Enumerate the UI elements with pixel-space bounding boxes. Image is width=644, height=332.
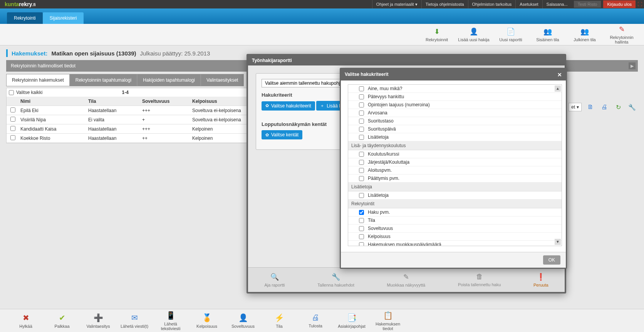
criteria-checkbox[interactable]: [359, 86, 364, 91]
criteria-item[interactable]: Järjestäjä/Kouluttaja: [348, 158, 562, 166]
act-admin[interactable]: ✎Rekrytoinnin hallinta: [603, 24, 640, 45]
mail-icon: ✉: [131, 313, 138, 322]
criteria-checkbox[interactable]: [359, 135, 364, 140]
criteria-checkbox[interactable]: [359, 234, 364, 239]
criteria-checkbox[interactable]: [359, 168, 364, 173]
criteria-label: Opintojen laajuus (numeroina): [368, 102, 430, 107]
top-menu-purpose[interactable]: Ohjelmiston tarkoitus: [468, 0, 516, 8]
bottom-sms[interactable]: 📱Lähetä tekstiviesti: [154, 311, 187, 331]
top-menu-password[interactable]: Salasana...: [542, 0, 572, 8]
breadcrumb-meta: Julkaisu päättyy: 25.9.2013: [140, 50, 210, 57]
criteria-item[interactable]: Lisätietoja: [348, 133, 562, 141]
criteria-checkbox[interactable]: [359, 226, 364, 231]
criteria-item[interactable]: Opintojen laajuus (numeroina): [348, 101, 562, 109]
save-search-button[interactable]: 🔧Tallenna hakuehdot: [317, 273, 354, 287]
criteria-item[interactable]: Lisätietoja: [348, 191, 562, 200]
table-row[interactable]: Epilä EkiHaastatellaan+++Soveltuva ei-ke…: [7, 106, 252, 115]
scroll-down-icon[interactable]: ▼: [555, 239, 561, 245]
print-icon[interactable]: 🖨: [599, 102, 609, 112]
criteria-checkbox[interactable]: [359, 127, 364, 132]
criteria-checkbox[interactable]: [359, 94, 364, 99]
criteria-checkbox[interactable]: [359, 160, 364, 165]
act-add-hakija[interactable]: 👤Lisää uusi hakija: [455, 24, 492, 45]
cancel-button[interactable]: ❗Peruuta: [533, 273, 548, 287]
criteria-label: Suoritustaso: [368, 118, 394, 124]
criteria-checkbox[interactable]: [359, 242, 364, 246]
criteria-item[interactable]: Haku pvm.: [348, 208, 562, 216]
inner-tab-hakemukset[interactable]: Rekrytoinnin hakemukset: [6, 74, 70, 86]
criteria-item[interactable]: Soveltuvuus: [348, 225, 562, 233]
ok-button[interactable]: OK: [543, 255, 560, 265]
row-checkbox[interactable]: [10, 117, 15, 122]
criteria-item[interactable]: Tila: [348, 216, 562, 225]
table-row[interactable]: Koekkoe RistoHaastatellaan++Kelpoinen: [7, 134, 252, 143]
top-menu-about[interactable]: Tietoja ohjelmistosta: [421, 0, 468, 8]
inner-tab-rekry-log[interactable]: Rekrytoinnin tapahtumalogi: [70, 74, 137, 86]
act-new-report[interactable]: 📄Uusi raportti: [492, 24, 529, 45]
bottom-templates[interactable]: 📑Asiakirjapohjat: [335, 313, 368, 329]
col-nimi[interactable]: Nimi: [19, 99, 88, 104]
run-report-button[interactable]: 🔍Aja raportti: [264, 273, 285, 287]
act-public-state[interactable]: 👥Julkinen tila: [566, 24, 603, 45]
delete-search-button[interactable]: 🗑Poista tallennettu haku: [458, 273, 501, 287]
criteria-checkbox[interactable]: [359, 111, 364, 116]
refresh-icon[interactable]: ↻: [613, 102, 623, 112]
col-tila[interactable]: Tila: [88, 99, 142, 104]
scroll-up-icon[interactable]: ▲: [555, 86, 561, 92]
wrench-icon[interactable]: 🔧: [627, 102, 637, 112]
close-icon[interactable]: ✕: [557, 72, 562, 78]
criteria-checkbox[interactable]: [359, 176, 364, 181]
criteria-item[interactable]: Arvosana: [348, 109, 562, 117]
bottom-kelpoisuus[interactable]: 🏅Kelpoisuus: [190, 313, 223, 329]
criteria-item[interactable]: Päättymis pvm.: [348, 174, 562, 183]
criteria-checkbox[interactable]: [359, 218, 364, 223]
bottom-proposal[interactable]: ➕Valintaesitys: [82, 313, 115, 329]
edit-visibility-button[interactable]: ✎Muokkaa näkyvyyttä: [387, 273, 426, 287]
inner-tab-hakija-log[interactable]: Hakijoiden tapahtumalogi: [137, 74, 201, 86]
bottom-details[interactable]: 📋Hakemuksen tiedot: [371, 311, 404, 331]
criteria-item[interactable]: Koulutus/kurssi: [348, 150, 562, 158]
col-soveltuvuus[interactable]: Soveltuvuus: [142, 99, 192, 104]
select-all-checkbox[interactable]: [9, 90, 14, 95]
bottom-reject[interactable]: ✖Hylkää: [9, 313, 42, 329]
criteria-checkbox[interactable]: [359, 119, 364, 124]
criteria-item[interactable]: Kelpoisuus: [348, 233, 562, 241]
criteria-item[interactable]: Suoritustaso: [348, 117, 562, 125]
bottom-hire[interactable]: ✔Palkkaa: [45, 313, 79, 329]
tab-rekrytointi[interactable]: Rekrytointi: [7, 12, 43, 24]
pageset-dropdown[interactable]: et ▾: [569, 103, 582, 111]
bottom-soveltuvuus[interactable]: 👤Soveltuvuus: [226, 313, 260, 329]
criteria-item[interactable]: Aloituspvm.: [348, 166, 562, 174]
table-row[interactable]: Kandidaatti KaisaHaastatellaan+++Kelpoin…: [7, 124, 252, 134]
top-menu-settings[interactable]: Asetukset: [515, 0, 542, 8]
criteria-item[interactable]: Suorituspäivä: [348, 125, 562, 133]
edit-icon: ✎: [619, 25, 625, 34]
bottom-email[interactable]: ✉Lähetä viesti(t): [118, 313, 151, 329]
row-checkbox[interactable]: [10, 126, 15, 131]
act-rekrytoinnit[interactable]: ⬇Rekrytoinnit: [418, 24, 455, 45]
bottom-print[interactable]: 🖨Tulosta: [299, 313, 332, 328]
criteria-checkbox[interactable]: [359, 193, 364, 198]
row-checkbox[interactable]: [10, 107, 15, 112]
export-icon[interactable]: 🗎: [585, 102, 595, 112]
row-checkbox[interactable]: [10, 135, 15, 140]
choose-fields-button[interactable]: ✿Valitse kentät: [262, 130, 302, 139]
inner-tab-valinta[interactable]: Valintaesitykset: [201, 74, 244, 86]
criteria-checkbox[interactable]: [359, 152, 364, 157]
logout-button[interactable]: Kirjaudu ulos: [603, 0, 636, 8]
criteria-item[interactable]: Pätevyys hankittu: [348, 93, 562, 101]
choose-criteria-button[interactable]: ✿Valitse hakukriteerit: [262, 101, 315, 111]
criteria-item[interactable]: Hakemuksen muokkauspäivämäärä: [348, 241, 562, 246]
col-kelpoisuus[interactable]: Kelpoisuus: [192, 99, 252, 104]
chevron-right-icon[interactable]: ▶: [629, 62, 636, 69]
fullscreen-icon[interactable]: ⛶: [636, 0, 644, 8]
criteria-checkbox[interactable]: [359, 210, 364, 215]
top-menu-help[interactable]: Ohjeet ja materiaalit ▾: [372, 0, 421, 8]
tab-sijaisrekisteri[interactable]: Sijaisrekisteri: [43, 12, 84, 24]
criteria-list[interactable]: ▲ Aine, muu mikä?Pätevyys hankittuOpinto…: [348, 84, 562, 246]
bottom-tila[interactable]: ⚡Tila: [263, 313, 296, 329]
act-internal-state[interactable]: 👥Sisäinen tila: [529, 24, 566, 45]
criteria-checkbox[interactable]: [359, 102, 364, 107]
criteria-item[interactable]: Aine, muu mikä?: [348, 85, 562, 93]
table-row[interactable]: Visiirilä NipaEi valita+Soveltuva ei-kel…: [7, 115, 252, 124]
